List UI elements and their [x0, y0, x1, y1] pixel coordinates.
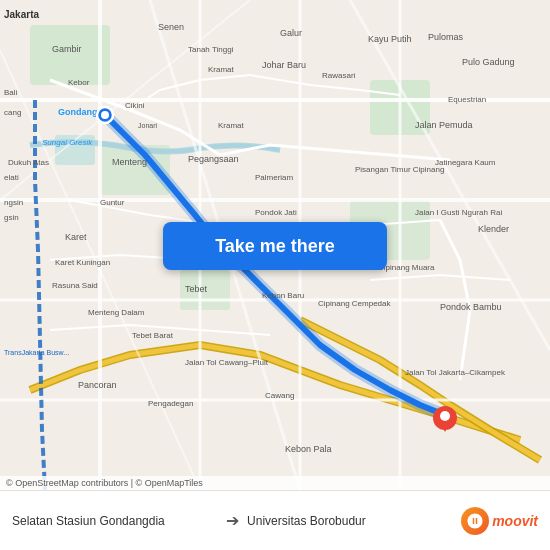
svg-text:Pancoran: Pancoran — [78, 380, 117, 390]
svg-text:Galur: Galur — [280, 28, 302, 38]
svg-text:Pegangsaan: Pegangsaan — [188, 154, 239, 164]
svg-text:Tebet Barat: Tebet Barat — [132, 331, 174, 340]
svg-text:Jakarta: Jakarta — [4, 9, 39, 20]
route-info: Selatan Stasiun Gondangdia ➔ Universitas… — [12, 507, 538, 535]
svg-text:cang: cang — [4, 108, 21, 117]
svg-text:elati: elati — [4, 173, 19, 182]
map-container: Gambir Senen Tanah Tinggi Galur Kayu Put… — [0, 0, 550, 490]
svg-text:Menteng: Menteng — [112, 157, 147, 167]
origin-label: Selatan Stasiun Gondangdia — [12, 514, 218, 528]
svg-text:Jalan I Gusti Ngurah Rai: Jalan I Gusti Ngurah Rai — [415, 208, 502, 217]
svg-text:Pengadegan: Pengadegan — [148, 399, 193, 408]
destination-label: Universitas Borobudur — [247, 514, 453, 528]
svg-text:Gambir: Gambir — [52, 44, 82, 54]
svg-text:Tebet: Tebet — [185, 284, 208, 294]
svg-text:Rawasari: Rawasari — [322, 71, 356, 80]
bottom-bar: Selatan Stasiun Gondangdia ➔ Universitas… — [0, 490, 550, 550]
svg-text:Menteng Dalam: Menteng Dalam — [88, 308, 145, 317]
svg-text:Karet: Karet — [65, 232, 87, 242]
svg-text:Kramat: Kramat — [218, 121, 245, 130]
svg-text:Pondok Jati: Pondok Jati — [255, 208, 297, 217]
svg-text:Pulomas: Pulomas — [428, 32, 464, 42]
svg-text:Palmeriam: Palmeriam — [255, 173, 294, 182]
svg-text:Jonari: Jonari — [138, 122, 158, 129]
svg-point-54 — [440, 411, 450, 421]
moovit-icon — [461, 507, 489, 535]
svg-text:Bali: Bali — [4, 88, 18, 97]
svg-text:Kebon Baru: Kebon Baru — [262, 291, 304, 300]
svg-text:Cipinang Cempedak: Cipinang Cempedak — [318, 299, 391, 308]
map-attribution: © OpenStreetMap contributors | © OpenMap… — [0, 476, 550, 490]
svg-text:Tanah Tinggi: Tanah Tinggi — [188, 45, 234, 54]
svg-text:Rasuna Said: Rasuna Said — [52, 281, 98, 290]
svg-text:Karet Kuningan: Karet Kuningan — [55, 258, 110, 267]
svg-text:Klender: Klender — [478, 224, 509, 234]
svg-text:Guntur: Guntur — [100, 198, 125, 207]
svg-text:Cikini: Cikini — [125, 101, 145, 110]
svg-text:Cawang: Cawang — [265, 391, 294, 400]
svg-text:Pulo Gadung: Pulo Gadung — [462, 57, 515, 67]
svg-text:Johar Baru: Johar Baru — [262, 60, 306, 70]
svg-text:ngsin: ngsin — [4, 198, 23, 207]
svg-text:Kebor: Kebor — [68, 78, 90, 87]
svg-text:Sungai Gresik: Sungai Gresik — [42, 138, 93, 147]
moovit-logo: moovit — [461, 507, 538, 535]
moovit-text: moovit — [492, 513, 538, 529]
svg-text:Kebon Pala: Kebon Pala — [285, 444, 332, 454]
arrow-icon: ➔ — [226, 511, 239, 530]
svg-text:Kayu Putih: Kayu Putih — [368, 34, 412, 44]
svg-point-52 — [101, 111, 109, 119]
svg-text:Equestrian: Equestrian — [448, 95, 486, 104]
take-me-there-button[interactable]: Take me there — [163, 222, 387, 270]
svg-text:Kramat: Kramat — [208, 65, 235, 74]
svg-text:TransJakarta Busw...: TransJakarta Busw... — [4, 349, 69, 356]
svg-text:Dukuh Atas: Dukuh Atas — [8, 158, 49, 167]
svg-text:Pisangan Timur Cipinang: Pisangan Timur Cipinang — [355, 165, 444, 174]
svg-text:Jalan Pemuda: Jalan Pemuda — [415, 120, 473, 130]
svg-text:gsin: gsin — [4, 213, 19, 222]
svg-text:Pondok Bambu: Pondok Bambu — [440, 302, 502, 312]
svg-text:Jalan Tol Cawang–Pluit: Jalan Tol Cawang–Pluit — [185, 358, 269, 367]
svg-text:Senen: Senen — [158, 22, 184, 32]
svg-text:Jalan Tol Jakarta–Cikampek: Jalan Tol Jakarta–Cikampek — [405, 368, 506, 377]
